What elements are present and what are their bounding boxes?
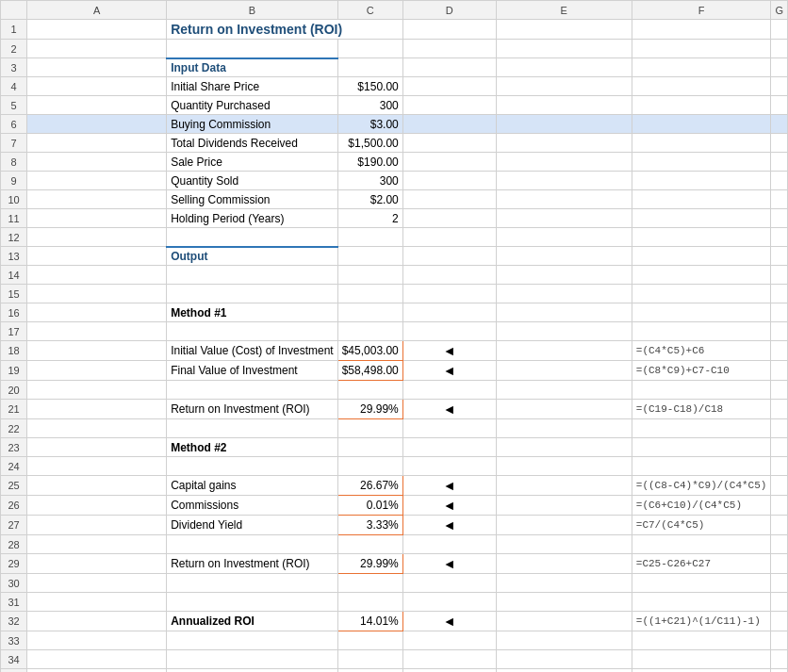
row-number: 35: [1, 669, 27, 673]
cell-a: [27, 77, 167, 96]
cell-e: [496, 190, 632, 209]
cell-c[interactable]: 29.99%: [337, 400, 402, 419]
row-number: 14: [1, 266, 27, 285]
cell-b: Method #1: [167, 303, 338, 322]
cell-c[interactable]: 300: [337, 172, 402, 190]
col-header-f: F: [632, 1, 771, 20]
cell-c[interactable]: $190.00: [337, 153, 402, 172]
cell-g: [771, 77, 788, 96]
cell-e: [496, 341, 632, 361]
cell-c[interactable]: $3.00: [337, 115, 402, 134]
cell-c[interactable]: 26.67%: [337, 476, 402, 496]
cell-g: [771, 650, 788, 669]
table-row: 22: [1, 419, 788, 438]
cell-b: Output: [167, 247, 338, 266]
cell-c[interactable]: 0.01%: [337, 496, 402, 516]
table-row: 17: [1, 322, 788, 341]
cell-d: [402, 574, 496, 593]
table-row: 10Selling Commission$2.00: [1, 190, 788, 209]
cell-c[interactable]: 29.99%: [337, 554, 402, 574]
cell-e: [496, 457, 632, 476]
row-number: 12: [1, 228, 27, 247]
cell-f: [632, 266, 771, 285]
cell-b: Input Data: [167, 58, 338, 77]
col-header-a: A: [27, 1, 167, 20]
cell-e: [496, 134, 632, 153]
cell-f: [632, 209, 771, 228]
cell-c[interactable]: 14.01%: [337, 612, 402, 631]
cell-d: [402, 247, 496, 266]
row-number: 20: [1, 381, 27, 400]
column-headers: A B C D E F G: [1, 1, 788, 20]
table-row: 11Holding Period (Years)2: [1, 209, 788, 228]
cell-c: [337, 285, 402, 303]
cell-c[interactable]: $1,500.00: [337, 134, 402, 153]
table-row: 4Initial Share Price$150.00: [1, 77, 788, 96]
cell-c[interactable]: 3.33%: [337, 516, 402, 535]
cell-c[interactable]: $150.00: [337, 77, 402, 96]
cell-b: [167, 669, 338, 673]
table-row: 9Quantity Sold300: [1, 172, 788, 190]
cell-a: [27, 40, 167, 58]
cell-e: [496, 266, 632, 285]
table-row: 1Return on Investment (ROI): [1, 20, 788, 40]
cell-c[interactable]: $45,003.00: [337, 341, 402, 361]
cell-a: [27, 134, 167, 153]
cell-g: [771, 381, 788, 400]
cell-f: =(C8*C9)+C7-C10: [632, 361, 771, 381]
cell-e: [496, 612, 632, 631]
cell-f: [632, 77, 771, 96]
cell-e: [496, 20, 632, 40]
cell-g: [771, 96, 788, 115]
cell-c: [337, 438, 402, 457]
cell-e: [496, 172, 632, 190]
cell-a: [27, 593, 167, 612]
cell-c: [337, 228, 402, 247]
cell-a: [27, 361, 167, 381]
cell-a: [27, 516, 167, 535]
cell-d: [402, 153, 496, 172]
cell-f: =((1+C21)^(1/C11)-1): [632, 612, 771, 631]
cell-b: [167, 285, 338, 303]
table-row: 8Sale Price$190.00: [1, 153, 788, 172]
cell-b: [167, 266, 338, 285]
cell-b: Sale Price: [167, 153, 338, 172]
cell-d: [402, 20, 496, 40]
cell-f: [632, 58, 771, 77]
cell-a: [27, 322, 167, 341]
cell-b: [167, 228, 338, 247]
cell-b: [167, 574, 338, 593]
cell-d: [402, 40, 496, 58]
cell-b: Initial Value (Cost) of Investment: [167, 341, 338, 361]
cell-e: [496, 516, 632, 535]
cell-f: =(C4*C5)+C6: [632, 341, 771, 361]
cell-g: [771, 400, 788, 419]
cell-c: [337, 40, 402, 58]
cell-c[interactable]: $58,498.00: [337, 361, 402, 381]
cell-g: [771, 134, 788, 153]
cell-c[interactable]: 2: [337, 209, 402, 228]
cell-a: [27, 400, 167, 419]
cell-c[interactable]: 300: [337, 96, 402, 115]
cell-c: [337, 322, 402, 341]
cell-f: [632, 669, 771, 673]
cell-e: [496, 209, 632, 228]
cell-f: =((C8-C4)*C9)/(C4*C5): [632, 476, 771, 496]
table-row: 5Quantity Purchased300: [1, 96, 788, 115]
cell-e: [496, 631, 632, 650]
cell-g: [771, 266, 788, 285]
col-header-c: C: [337, 1, 402, 20]
table-row: 18Initial Value (Cost) of Investment$45,…: [1, 341, 788, 361]
cell-a: [27, 209, 167, 228]
cell-b: Total Dividends Received: [167, 134, 338, 153]
cell-b: [167, 593, 338, 612]
cell-g: [771, 40, 788, 58]
cell-e: [496, 496, 632, 516]
cell-f: =(C19-C18)/C18: [632, 400, 771, 419]
cell-f: [632, 303, 771, 322]
cell-g: [771, 669, 788, 673]
col-header-d: D: [402, 1, 496, 20]
cell-b: Return on Investment (ROI): [167, 400, 338, 419]
cell-a: [27, 650, 167, 669]
cell-c[interactable]: $2.00: [337, 190, 402, 209]
